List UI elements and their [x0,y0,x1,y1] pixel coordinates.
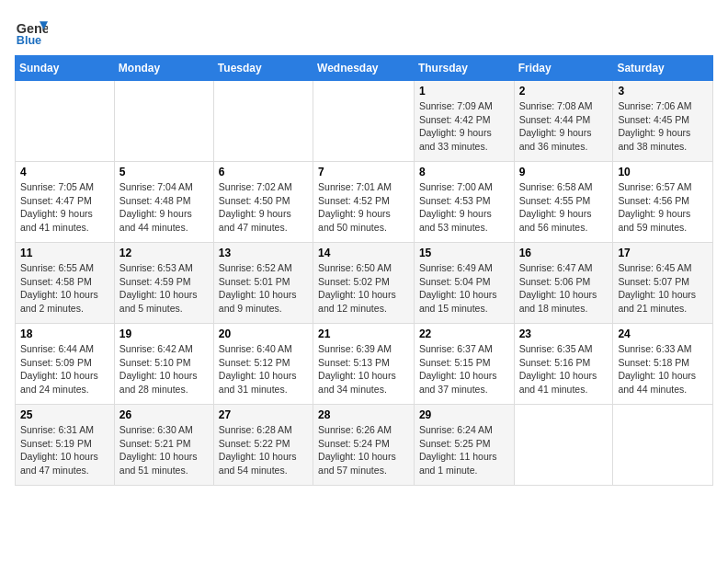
day-info: Sunrise: 6:35 AM Sunset: 5:16 PM Dayligh… [519,342,609,396]
calendar-cell [114,81,213,162]
day-info: Sunrise: 6:53 AM Sunset: 4:59 PM Dayligh… [119,261,209,316]
day-number: 25 [20,408,109,421]
calendar-cell: 29Sunrise: 6:24 AM Sunset: 5:25 PM Dayli… [414,405,514,486]
calendar-week-0: 1Sunrise: 7:09 AM Sunset: 4:42 PM Daylig… [16,81,713,162]
day-info: Sunrise: 6:39 AM Sunset: 5:13 PM Dayligh… [318,342,409,396]
day-info: Sunrise: 6:40 AM Sunset: 5:12 PM Dayligh… [219,342,308,396]
day-info: Sunrise: 6:58 AM Sunset: 4:55 PM Dayligh… [519,180,609,235]
day-number: 23 [519,327,609,340]
calendar-cell: 19Sunrise: 6:42 AM Sunset: 5:10 PM Dayli… [114,324,213,405]
calendar-cell: 8Sunrise: 7:00 AM Sunset: 4:53 PM Daylig… [414,162,514,243]
header-friday: Friday [514,56,613,81]
day-info: Sunrise: 6:45 AM Sunset: 5:07 PM Dayligh… [618,261,708,316]
calendar-cell: 9Sunrise: 6:58 AM Sunset: 4:55 PM Daylig… [514,162,613,243]
logo-icon: General Blue [15,15,48,48]
calendar-cell: 17Sunrise: 6:45 AM Sunset: 5:07 PM Dayli… [613,243,713,324]
day-number: 16 [519,247,609,259]
svg-text:Blue: Blue [17,34,41,47]
calendar-cell: 7Sunrise: 7:01 AM Sunset: 4:52 PM Daylig… [313,162,415,243]
day-info: Sunrise: 6:44 AM Sunset: 5:09 PM Dayligh… [20,342,109,396]
calendar-cell [16,81,115,162]
calendar-cell: 1Sunrise: 7:09 AM Sunset: 4:42 PM Daylig… [414,81,514,162]
day-info: Sunrise: 6:30 AM Sunset: 5:21 PM Dayligh… [119,423,209,477]
calendar-cell: 12Sunrise: 6:53 AM Sunset: 4:59 PM Dayli… [114,243,213,324]
calendar-cell: 18Sunrise: 6:44 AM Sunset: 5:09 PM Dayli… [16,324,115,405]
day-info: Sunrise: 6:28 AM Sunset: 5:22 PM Dayligh… [219,423,308,477]
header-wednesday: Wednesday [313,56,415,81]
calendar-cell [313,81,415,162]
day-number: 1 [419,85,509,98]
calendar-cell: 3Sunrise: 7:06 AM Sunset: 4:45 PM Daylig… [613,81,713,162]
calendar-cell: 11Sunrise: 6:55 AM Sunset: 4:58 PM Dayli… [16,243,115,324]
day-number: 6 [219,166,308,178]
calendar-cell: 13Sunrise: 6:52 AM Sunset: 5:01 PM Dayli… [213,243,313,324]
day-number: 3 [618,85,708,98]
calendar-week-4: 25Sunrise: 6:31 AM Sunset: 5:19 PM Dayli… [16,405,713,486]
header-saturday: Saturday [613,56,713,81]
day-number: 2 [519,85,609,98]
day-info: Sunrise: 6:42 AM Sunset: 5:10 PM Dayligh… [119,342,209,396]
calendar-cell: 26Sunrise: 6:30 AM Sunset: 5:21 PM Dayli… [114,405,213,486]
day-number: 4 [20,166,109,178]
calendar-week-1: 4Sunrise: 7:05 AM Sunset: 4:47 PM Daylig… [16,162,713,243]
calendar-header-row: SundayMondayTuesdayWednesdayThursdayFrid… [16,56,713,81]
day-number: 8 [419,166,509,178]
day-number: 22 [419,327,509,340]
day-info: Sunrise: 6:37 AM Sunset: 5:15 PM Dayligh… [419,342,509,396]
day-number: 19 [119,327,209,340]
day-number: 13 [219,247,308,259]
calendar-cell: 6Sunrise: 7:02 AM Sunset: 4:50 PM Daylig… [213,162,313,243]
calendar-cell: 5Sunrise: 7:04 AM Sunset: 4:48 PM Daylig… [114,162,213,243]
header-monday: Monday [114,56,213,81]
day-info: Sunrise: 7:05 AM Sunset: 4:47 PM Dayligh… [20,180,109,235]
calendar-cell: 23Sunrise: 6:35 AM Sunset: 5:16 PM Dayli… [514,324,613,405]
day-number: 11 [20,247,109,259]
calendar-cell: 27Sunrise: 6:28 AM Sunset: 5:22 PM Dayli… [213,405,313,486]
header-thursday: Thursday [414,56,514,81]
day-info: Sunrise: 6:50 AM Sunset: 5:02 PM Dayligh… [318,261,409,316]
day-info: Sunrise: 6:49 AM Sunset: 5:04 PM Dayligh… [419,261,509,316]
day-info: Sunrise: 6:47 AM Sunset: 5:06 PM Dayligh… [519,261,609,316]
day-info: Sunrise: 7:08 AM Sunset: 4:44 PM Dayligh… [519,99,609,154]
day-number: 10 [618,166,708,178]
day-info: Sunrise: 7:01 AM Sunset: 4:52 PM Dayligh… [318,180,409,235]
calendar-cell: 20Sunrise: 6:40 AM Sunset: 5:12 PM Dayli… [213,324,313,405]
day-number: 18 [20,327,109,340]
day-number: 27 [219,408,308,421]
day-info: Sunrise: 6:52 AM Sunset: 5:01 PM Dayligh… [219,261,308,316]
calendar-table: SundayMondayTuesdayWednesdayThursdayFrid… [15,55,713,486]
day-number: 17 [618,247,708,259]
calendar-week-2: 11Sunrise: 6:55 AM Sunset: 4:58 PM Dayli… [16,243,713,324]
day-info: Sunrise: 6:57 AM Sunset: 4:56 PM Dayligh… [618,180,708,235]
day-number: 20 [219,327,308,340]
day-number: 5 [119,166,209,178]
header-sunday: Sunday [16,56,115,81]
calendar-cell: 25Sunrise: 6:31 AM Sunset: 5:19 PM Dayli… [16,405,115,486]
day-number: 12 [119,247,209,259]
calendar-cell: 4Sunrise: 7:05 AM Sunset: 4:47 PM Daylig… [16,162,115,243]
day-number: 29 [419,408,509,421]
header-tuesday: Tuesday [213,56,313,81]
day-number: 7 [318,166,409,178]
calendar-cell: 10Sunrise: 6:57 AM Sunset: 4:56 PM Dayli… [613,162,713,243]
calendar-cell: 16Sunrise: 6:47 AM Sunset: 5:06 PM Dayli… [514,243,613,324]
calendar-cell: 24Sunrise: 6:33 AM Sunset: 5:18 PM Dayli… [613,324,713,405]
calendar-cell: 2Sunrise: 7:08 AM Sunset: 4:44 PM Daylig… [514,81,613,162]
day-info: Sunrise: 6:31 AM Sunset: 5:19 PM Dayligh… [20,423,109,477]
day-number: 21 [318,327,409,340]
day-number: 9 [519,166,609,178]
calendar-cell [213,81,313,162]
calendar-cell: 22Sunrise: 6:37 AM Sunset: 5:15 PM Dayli… [414,324,514,405]
calendar-cell [613,405,713,486]
logo: General Blue [15,15,48,48]
day-info: Sunrise: 7:00 AM Sunset: 4:53 PM Dayligh… [419,180,509,235]
calendar-cell [514,405,613,486]
day-number: 14 [318,247,409,259]
day-info: Sunrise: 7:06 AM Sunset: 4:45 PM Dayligh… [618,99,708,154]
day-number: 15 [419,247,509,259]
calendar-cell: 14Sunrise: 6:50 AM Sunset: 5:02 PM Dayli… [313,243,415,324]
calendar-cell: 15Sunrise: 6:49 AM Sunset: 5:04 PM Dayli… [414,243,514,324]
day-info: Sunrise: 6:33 AM Sunset: 5:18 PM Dayligh… [618,342,708,396]
day-info: Sunrise: 6:55 AM Sunset: 4:58 PM Dayligh… [20,261,109,316]
day-info: Sunrise: 7:04 AM Sunset: 4:48 PM Dayligh… [119,180,209,235]
